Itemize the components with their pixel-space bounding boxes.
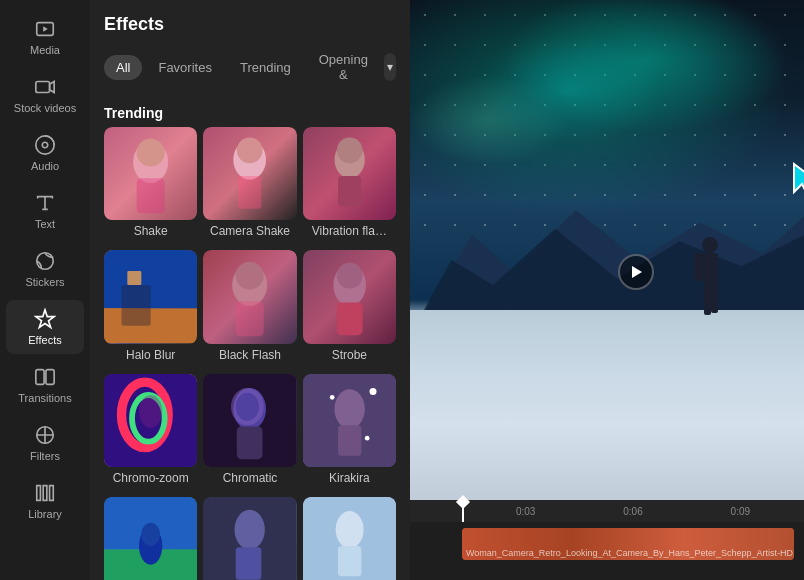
- sidebar-item-transitions[interactable]: Transitions: [6, 358, 84, 412]
- effect-thumb-shake: [104, 127, 197, 220]
- chromatic-thumb-graphic: [203, 374, 296, 467]
- effect-item-vibration-flash[interactable]: Vibration fla…: [303, 127, 396, 244]
- effect-thumb-row4b: [203, 497, 296, 580]
- svg-point-44: [141, 523, 160, 546]
- svg-point-46: [235, 510, 265, 550]
- svg-point-10: [137, 139, 165, 167]
- timeline-track-area: Woman_Camera_Retro_Looking_At_Camera_By_…: [410, 522, 804, 580]
- effect-thumb-vibration: [303, 127, 396, 220]
- effect-thumb-chromo-zoom: [104, 374, 197, 467]
- effect-item-kirakira[interactable]: Kirakira: [303, 374, 396, 491]
- tab-opening[interactable]: Opening &: [307, 47, 380, 87]
- effect-item-camera-shake[interactable]: Camera Shake: [203, 127, 296, 244]
- sidebar-item-stickers[interactable]: Stickers: [6, 242, 84, 296]
- effect-item-chromo-zoom[interactable]: Chromo-zoom: [104, 374, 197, 491]
- effects-header: Effects All Favorites Trending Opening &…: [90, 0, 410, 95]
- svg-rect-37: [338, 425, 361, 455]
- sidebar-item-filters[interactable]: Filters: [6, 416, 84, 470]
- filters-icon: [34, 424, 56, 446]
- svg-point-23: [236, 262, 264, 290]
- svg-point-13: [237, 137, 263, 163]
- svg-point-53: [702, 237, 718, 253]
- sidebar: Media Stock videos Audio Text Stickers: [0, 0, 90, 580]
- effects-icon: [34, 308, 56, 330]
- halo-thumb-graphic: [104, 250, 197, 343]
- tab-favorites[interactable]: Favorites: [146, 55, 223, 80]
- preview-area: [410, 0, 804, 500]
- svg-point-36: [334, 389, 364, 429]
- sidebar-item-library[interactable]: Library: [6, 474, 84, 528]
- svg-point-39: [329, 395, 334, 400]
- effect-item-strobe[interactable]: Strobe: [303, 250, 396, 367]
- effect-label-chromatic: Chromatic: [203, 467, 296, 491]
- chromo-zoom-thumb-graphic: [104, 374, 197, 467]
- effect-label-halo-blur: Halo Blur: [104, 344, 197, 368]
- effect-item-halo-blur[interactable]: Halo Blur: [104, 250, 197, 367]
- stickers-icon: [34, 250, 56, 272]
- shake-thumb-graphic: [104, 127, 197, 220]
- effect-item-row4c[interactable]: [303, 497, 396, 580]
- effect-label-strobe: Strobe: [303, 344, 396, 368]
- effect-thumb-row4a: [104, 497, 197, 580]
- svg-rect-19: [121, 285, 150, 326]
- effects-grid: Shake Camera Shake Vibration fla…: [90, 127, 410, 580]
- effect-thumb-chromatic: [203, 374, 296, 467]
- effect-thumb-strobe: [303, 250, 396, 343]
- svg-rect-47: [236, 547, 262, 580]
- strobe-thumb-graphic: [303, 250, 396, 343]
- effects-title: Effects: [104, 14, 396, 35]
- timeline-ruler: 0:03 0:06 0:09: [410, 500, 804, 522]
- sidebar-item-media[interactable]: Media: [6, 10, 84, 64]
- vibration-thumb-graphic: [303, 127, 396, 220]
- audio-icon: [34, 134, 56, 156]
- video-track[interactable]: Woman_Camera_Retro_Looking_At_Camera_By_…: [462, 528, 794, 560]
- effect-item-shake[interactable]: Shake: [104, 127, 197, 244]
- svg-point-30: [139, 395, 162, 428]
- sidebar-item-effects[interactable]: Effects: [6, 300, 84, 354]
- svg-point-38: [369, 388, 376, 395]
- effect-item-chromatic[interactable]: Chromatic: [203, 374, 296, 491]
- svg-rect-22: [236, 302, 264, 337]
- effect-item-row4a[interactable]: [104, 497, 197, 580]
- svg-rect-55: [694, 253, 705, 281]
- svg-marker-58: [632, 266, 642, 278]
- sidebar-item-stock-videos[interactable]: Stock videos: [6, 68, 84, 122]
- kirakira-thumb-graphic: [303, 374, 396, 467]
- svg-rect-9: [137, 178, 165, 213]
- svg-point-40: [364, 436, 369, 441]
- sidebar-item-text[interactable]: Text: [6, 184, 84, 238]
- stock-videos-icon: [34, 76, 56, 98]
- tab-bar: All Favorites Trending Opening & ▾: [104, 47, 396, 87]
- effect-label-shake: Shake: [104, 220, 197, 244]
- effect-thumb-halo: [104, 250, 197, 343]
- svg-point-3: [42, 142, 48, 148]
- effect-item-black-flash[interactable]: Black Flash: [203, 250, 296, 367]
- effects-panel: Effects All Favorites Trending Opening &…: [90, 0, 410, 580]
- timeline: 0:03 0:06 0:09 Woman_Camera_Retro_Lookin…: [410, 500, 804, 580]
- effect-item-row4b[interactable]: [203, 497, 296, 580]
- svg-point-49: [335, 511, 363, 548]
- transitions-icon: [34, 366, 56, 388]
- tab-all[interactable]: All: [104, 55, 142, 80]
- sidebar-item-audio[interactable]: Audio: [6, 126, 84, 180]
- person-silhouette: [688, 235, 733, 335]
- svg-rect-12: [238, 176, 261, 209]
- effect-label-camera-shake: Camera Shake: [203, 220, 296, 244]
- text-icon: [34, 192, 56, 214]
- tab-trending[interactable]: Trending: [228, 55, 303, 80]
- effect-label-vibration-flash: Vibration fla…: [303, 220, 396, 244]
- playhead: [462, 500, 464, 522]
- play-icon: [629, 265, 643, 279]
- svg-rect-1: [36, 82, 50, 93]
- svg-rect-54: [704, 253, 718, 288]
- library-icon: [34, 482, 56, 504]
- camera-shake-thumb-graphic: [203, 127, 296, 220]
- row4a-thumb-graphic: [104, 497, 197, 580]
- effect-thumb-camera-shake: [203, 127, 296, 220]
- track-filename: Woman_Camera_Retro_Looking_At_Camera_By_…: [466, 548, 794, 558]
- svg-point-4: [37, 253, 54, 270]
- svg-rect-50: [338, 546, 361, 576]
- tab-more-button[interactable]: ▾: [384, 53, 396, 81]
- preview-image: [410, 0, 804, 500]
- effect-label-chromo-zoom: Chromo-zoom: [104, 467, 197, 491]
